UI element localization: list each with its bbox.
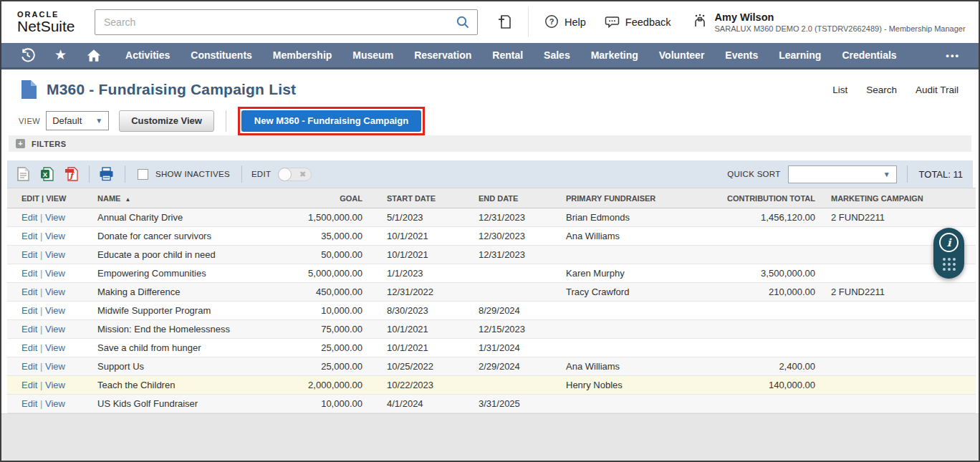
recent-records-icon[interactable] [20, 48, 35, 63]
column-header-contrib[interactable]: CONTRIBUTION TOTAL [712, 188, 821, 208]
cell-name: Save a child from hunger [92, 339, 254, 357]
cell-name: Making a Difference [92, 283, 254, 302]
quick-add-icon[interactable] [496, 14, 512, 31]
info-icon[interactable]: i [939, 233, 959, 252]
view-link[interactable]: View [45, 380, 65, 390]
export-csv-icon[interactable] [17, 167, 29, 181]
column-header-end[interactable]: END DATE [458, 188, 546, 208]
cell-goal: 25,000.00 [254, 357, 367, 376]
cell-goal: 5,000,000.00 [254, 264, 367, 283]
quick-sort-label: QUICK SORT [727, 170, 780, 178]
netsuite-logo[interactable]: ORACLE NetSuite [17, 10, 85, 35]
edit-link[interactable]: Edit [21, 212, 37, 223]
cell-start-date: 10/25/2022 [367, 357, 458, 376]
edit-view-separator: | [37, 268, 45, 279]
edit-link[interactable]: Edit [21, 361, 37, 372]
edit-toggle[interactable]: ✖ [278, 168, 312, 181]
export-excel-icon[interactable]: X [40, 167, 54, 181]
view-select[interactable]: Default ▼ [46, 111, 109, 130]
cell-start-date: 8/30/2023 [367, 302, 458, 320]
table-row: Edit | ViewSave a child from hunger25,00… [7, 339, 976, 357]
table-row: Edit | ViewDonate for cancer survivors35… [7, 227, 976, 246]
search-input[interactable] [95, 16, 448, 28]
edit-link[interactable]: Edit [21, 249, 37, 260]
chevron-down-icon: ▼ [878, 170, 890, 178]
search-icon[interactable] [448, 10, 477, 34]
edit-link[interactable]: Edit [21, 231, 37, 241]
column-header-mkt[interactable]: MARKETING CAMPAIGN [821, 188, 976, 208]
filters-bar[interactable]: + FILTERS [9, 135, 971, 152]
edit-link[interactable]: Edit [21, 380, 37, 390]
app-window: ORACLE NetSuite ? Help Feedback [0, 0, 980, 462]
export-pdf-icon[interactable]: ƒ [64, 167, 78, 181]
table-row: Edit | ViewTeach the Children2,000,000.0… [7, 376, 976, 395]
campaign-list-table: EDIT | VIEWNAME▲GOALSTART DATEEND DATEPR… [7, 188, 976, 413]
customize-view-button[interactable]: Customize View [119, 110, 214, 132]
view-link[interactable]: View [45, 342, 65, 353]
view-link[interactable]: View [45, 324, 65, 335]
link-audit-trail[interactable]: Audit Trail [916, 85, 959, 95]
nav-item-events[interactable]: Events [725, 49, 758, 61]
nav-item-reservation[interactable]: Reservation [414, 49, 471, 61]
cell-edit-view: Edit | View [7, 302, 92, 320]
cell-primary-fundraiser: Ana Williams [546, 357, 712, 376]
edit-link[interactable]: Edit [21, 398, 37, 409]
help-widget[interactable]: i [933, 228, 964, 279]
edit-view-separator: | [37, 398, 45, 409]
cell-end-date [458, 376, 546, 395]
home-icon[interactable] [86, 48, 102, 63]
column-header-name[interactable]: NAME▲ [92, 188, 254, 208]
nav-item-learning[interactable]: Learning [779, 49, 821, 61]
feedback-button[interactable]: Feedback [605, 14, 671, 31]
cell-marketing-campaign: 2 FUND2211 [821, 208, 976, 227]
link-search[interactable]: Search [866, 85, 897, 95]
edit-link[interactable]: Edit [21, 305, 37, 316]
nav-item-volunteer[interactable]: Volunteer [659, 49, 705, 61]
link-list[interactable]: List [832, 85, 847, 95]
edit-link[interactable]: Edit [21, 268, 37, 279]
view-link[interactable]: View [45, 268, 65, 279]
view-link[interactable]: View [45, 212, 65, 223]
column-header-start[interactable]: START DATE [367, 188, 458, 208]
nav-item-constituents[interactable]: Constituents [191, 49, 252, 61]
nav-item-activities[interactable]: Activities [125, 49, 170, 61]
view-link[interactable]: View [45, 361, 65, 372]
nav-item-marketing[interactable]: Marketing [591, 49, 638, 61]
view-link[interactable]: View [45, 305, 65, 316]
help-button[interactable]: ? Help [544, 14, 586, 31]
toolbar-divider [241, 165, 242, 183]
filters-label: FILTERS [32, 140, 67, 148]
column-header-goal[interactable]: GOAL [254, 188, 367, 208]
nav-item-rental[interactable]: Rental [492, 49, 523, 61]
edit-link[interactable]: Edit [21, 342, 37, 353]
edit-link[interactable]: Edit [21, 324, 37, 335]
column-header-ev[interactable]: EDIT | VIEW [7, 188, 92, 208]
view-link[interactable]: View [45, 249, 65, 260]
cell-start-date: 12/31/2022 [367, 283, 458, 302]
view-link[interactable]: View [45, 231, 65, 241]
user-menu[interactable]: Amy Wilson SARALUX M360 DEMO 2.0 (TSTDRV… [691, 11, 966, 33]
cell-name: Teach the Children [92, 376, 254, 395]
print-icon[interactable] [99, 167, 114, 181]
edit-link[interactable]: Edit [21, 287, 37, 297]
nav-item-museum[interactable]: Museum [352, 49, 393, 61]
quick-sort-select[interactable]: ▼ [788, 165, 897, 183]
shortcuts-star-icon[interactable]: ★ [54, 48, 67, 62]
view-label: VIEW [19, 117, 40, 125]
edit-view-separator: | [37, 380, 45, 390]
nav-item-membership[interactable]: Membership [273, 49, 332, 61]
new-campaign-button[interactable]: New M360 - Fundraising Campaign [241, 110, 421, 132]
dots-grid-icon[interactable] [941, 256, 957, 275]
nav-more-button[interactable]: ••• [946, 50, 960, 61]
view-link[interactable]: View [45, 398, 65, 409]
expand-filters-icon[interactable]: + [16, 139, 25, 148]
cell-end-date: 8/29/2024 [458, 302, 546, 320]
show-inactives-checkbox[interactable] [138, 169, 148, 180]
nav-item-credentials[interactable]: Credentials [842, 49, 896, 61]
cell-goal: 1,500,000.00 [254, 208, 367, 227]
nav-item-sales[interactable]: Sales [544, 49, 570, 61]
cell-contribution-total [712, 339, 821, 357]
view-link[interactable]: View [45, 287, 65, 297]
column-header-fund[interactable]: PRIMARY FUNDRAISER [546, 188, 712, 208]
cell-marketing-campaign [821, 395, 976, 413]
